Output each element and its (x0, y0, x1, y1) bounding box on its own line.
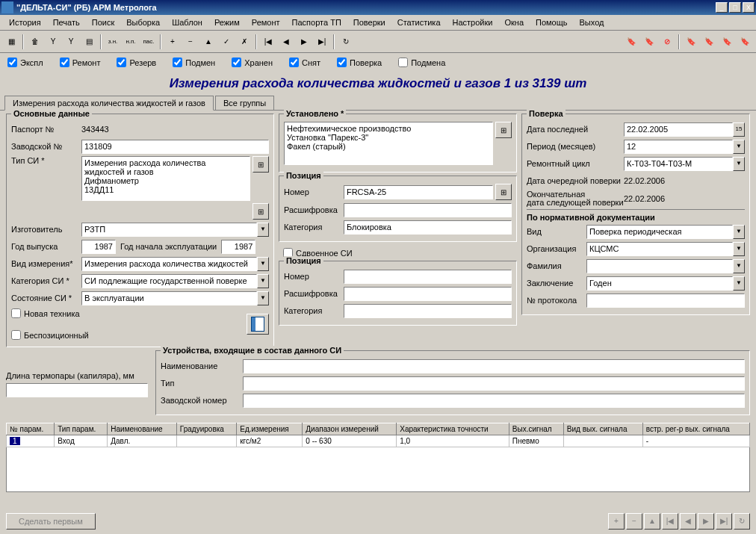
col-grad[interactable]: Градуировка (176, 423, 236, 435)
tool-prev-icon[interactable]: ◀ (278, 34, 294, 50)
filter-ekspl[interactable]: Экспл (7, 58, 43, 67)
close-button[interactable]: X (743, 2, 755, 13)
vidizm-dropdown-icon[interactable]: ▼ (257, 257, 269, 271)
status-icon-1[interactable]: 🔖 (623, 34, 639, 50)
col-vstr[interactable]: встр. рег-р вых. сигнала (642, 423, 749, 435)
check-last-input[interactable] (624, 122, 733, 137)
check-cycle-input[interactable] (624, 157, 733, 171)
col-char[interactable]: Характеристика точности (397, 423, 509, 435)
col-diap[interactable]: Диапазон измерений (303, 423, 397, 435)
pos-browse-icon[interactable]: ⊞ (495, 184, 512, 200)
tool-first-icon[interactable]: |◀ (260, 34, 276, 50)
tipsi-browse-icon[interactable]: ⊞ (252, 156, 269, 173)
tool-next-icon[interactable]: ▶ (296, 34, 312, 50)
tool-list-icon[interactable]: ▤ (81, 34, 97, 50)
tool-remove-icon[interactable]: − (182, 34, 199, 50)
maximize-button[interactable]: □ (729, 2, 741, 13)
table-row[interactable]: 1 Вход Давл. кгс/м2 0 -- 630 1,0 Пневмо … (7, 435, 750, 447)
ustr-naim-input[interactable] (243, 359, 745, 373)
tool-pas[interactable]: пас. (140, 34, 157, 50)
filter-podmen[interactable]: Подмен (173, 58, 215, 67)
izgot-input[interactable] (81, 223, 257, 237)
godnach-input[interactable] (221, 240, 255, 254)
status-icon-5[interactable]: 🔖 (701, 34, 717, 50)
zavod-input[interactable] (81, 140, 269, 154)
ustr-tip-input[interactable] (243, 376, 745, 391)
minimize-button[interactable]: _ (716, 2, 728, 13)
menu-mode[interactable]: Режим (208, 16, 246, 28)
sostsi-input[interactable] (81, 291, 257, 305)
pos-kat-input[interactable] (344, 220, 512, 235)
nav-first-icon[interactable]: |◀ (662, 513, 678, 530)
check-proto-input[interactable] (586, 294, 745, 308)
tipsi-input[interactable] (81, 156, 250, 201)
pos2-kat-input[interactable] (344, 304, 512, 318)
filter-hranen[interactable]: Хранен (232, 58, 273, 67)
dlina-input[interactable] (6, 383, 148, 397)
check-fam-dd-icon[interactable]: ▼ (733, 259, 745, 273)
tool-filter2-icon[interactable]: Y (63, 34, 79, 50)
menu-print[interactable]: Печать (47, 16, 86, 28)
filter-remont[interactable]: Ремонт (60, 58, 101, 67)
tool-refresh-icon[interactable]: ↻ (338, 34, 354, 50)
ustr-zn-input[interactable] (243, 394, 745, 408)
katsi-dropdown-icon[interactable]: ▼ (257, 274, 269, 288)
chk-bespoz[interactable]: Беспозиционный (11, 330, 89, 340)
tool-check-icon[interactable]: ✓ (218, 34, 235, 50)
check-last-cal-icon[interactable]: 15 (733, 122, 745, 137)
menu-select[interactable]: Выборка (120, 16, 166, 28)
filter-snyat[interactable]: Снят (289, 58, 320, 67)
filter-poverka[interactable]: Поверка (337, 58, 382, 67)
col-naim[interactable]: Наименование (108, 423, 177, 435)
status-icon-3[interactable]: ⊘ (659, 34, 675, 50)
tool-edit-icon[interactable]: ▲ (200, 34, 217, 50)
check-cycle-dd-icon[interactable]: ▼ (733, 157, 745, 171)
menu-checks[interactable]: Поверки (347, 16, 391, 28)
status-icon-6[interactable]: 🔖 (719, 34, 735, 50)
filter-podmena[interactable]: Подмена (398, 58, 445, 67)
tool-last-icon[interactable]: ▶| (314, 34, 330, 50)
install-browse-icon[interactable]: ⊞ (495, 122, 512, 138)
nav-edit-icon[interactable]: ▲ (644, 513, 660, 530)
nav-prev-icon[interactable]: ◀ (680, 513, 696, 530)
menu-history[interactable]: История (3, 16, 47, 28)
menu-passports[interactable]: Паспорта ТП (286, 16, 347, 28)
check-vid-dd-icon[interactable]: ▼ (733, 225, 745, 239)
check-org-dd-icon[interactable]: ▼ (733, 242, 745, 256)
make-first-button[interactable]: Сделать первым (6, 513, 96, 530)
tool-zn[interactable]: з.н. (105, 34, 121, 50)
col-vyh[interactable]: Вых.сигнал (509, 423, 563, 435)
tab-all-groups[interactable]: Все группы (215, 96, 274, 110)
status-icon-4[interactable]: 🔖 (683, 34, 699, 50)
pos2-nomer-input[interactable] (344, 270, 512, 284)
menu-stats[interactable]: Статистика (391, 16, 447, 28)
pos2-rash-input[interactable] (344, 287, 512, 301)
tab-measurements[interactable]: Измерения расхода количества жидкостей и… (4, 96, 214, 111)
tool-np[interactable]: н.п. (123, 34, 139, 50)
vidizm-input[interactable] (81, 257, 257, 271)
nav-last-icon[interactable]: ▶| (716, 513, 732, 530)
chk-novtech[interactable]: Новая техника (11, 308, 89, 318)
nav-refresh-icon[interactable]: ↻ (734, 513, 750, 530)
notebook-button[interactable] (247, 314, 269, 335)
nav-remove-icon[interactable]: − (626, 513, 642, 530)
col-tipparam[interactable]: Тип парам. (55, 423, 108, 435)
install-text[interactable] (284, 122, 493, 165)
pos-nomer-input[interactable] (344, 185, 493, 199)
katsi-input[interactable] (81, 274, 257, 288)
tool-table-icon[interactable]: ▦ (3, 34, 19, 50)
check-vid-input[interactable] (586, 225, 733, 239)
check-zakl-input[interactable] (586, 276, 733, 291)
tipsi-browse2-icon[interactable]: ⊞ (252, 203, 269, 220)
nav-add-icon[interactable]: + (608, 513, 625, 530)
tool-add-icon[interactable]: + (164, 34, 181, 50)
tool-filter-icon[interactable]: Y (45, 34, 61, 50)
menu-settings[interactable]: Настройки (447, 16, 499, 28)
menu-windows[interactable]: Окна (498, 16, 530, 28)
menu-exit[interactable]: Выход (574, 16, 610, 28)
nav-next-icon[interactable]: ▶ (698, 513, 714, 530)
check-org-input[interactable] (586, 242, 733, 256)
tool-delete-icon[interactable]: 🗑 (27, 34, 43, 50)
menu-template[interactable]: Шаблон (166, 16, 208, 28)
col-ed[interactable]: Ед.измерения (237, 423, 303, 435)
